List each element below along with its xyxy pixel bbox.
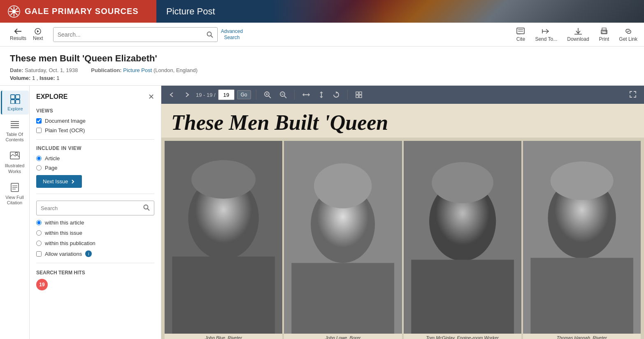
svg-point-65 — [550, 161, 613, 200]
results-back-button[interactable]: Results — [7, 26, 30, 43]
within-issue-label: within this issue — [45, 230, 82, 236]
sidebar-item-toc[interactable]: Table OfContents — [1, 116, 29, 146]
document-image: These Men Built 'Queen — [161, 104, 644, 339]
page-navigation: 19 - 19 / Go — [196, 89, 251, 100]
print-icon — [600, 27, 609, 35]
hits-title: SEARCH TERM HITS — [36, 270, 154, 276]
sidebar-item-illustrated[interactable]: IllustratedWorks — [1, 147, 29, 177]
panel-search-button[interactable] — [139, 204, 154, 212]
within-article-radio[interactable] — [36, 220, 42, 225]
document-title-display: These Men Built 'Queen — [161, 104, 644, 138]
explore-icon — [10, 94, 21, 104]
fit-width-button[interactable] — [300, 89, 313, 100]
page-input[interactable] — [218, 89, 235, 100]
zoom-in-button[interactable] — [261, 89, 274, 100]
print-button[interactable]: Print — [599, 27, 609, 42]
rotate-icon — [332, 91, 340, 98]
page-radio[interactable] — [36, 165, 42, 171]
document-photos: John Blue, Riveter — [161, 138, 644, 339]
illustrated-label: IllustratedWorks — [5, 163, 25, 174]
send-to-label: Send To... — [535, 36, 557, 42]
next-issue-button[interactable]: Next Issue — [36, 175, 82, 188]
sidebar-item-explore[interactable]: Explore — [1, 91, 29, 115]
svg-rect-23 — [16, 95, 20, 99]
zoom-out-icon — [279, 91, 287, 98]
rotate-button[interactable] — [330, 89, 342, 100]
article-radio-item: Article — [36, 155, 154, 161]
within-publication-radio[interactable] — [36, 241, 42, 246]
document-image-checkbox[interactable] — [36, 118, 42, 124]
within-article-radio-item: within this article — [36, 220, 154, 226]
download-button[interactable]: Download — [567, 27, 589, 42]
viewer-separator-1 — [256, 90, 256, 100]
viewer-next-button[interactable] — [181, 90, 193, 100]
page-label: Page — [45, 165, 57, 171]
table-of-contents-icon — [9, 119, 20, 129]
main-search-input[interactable] — [53, 28, 202, 42]
search-panel: within this article within this issue wi… — [36, 201, 154, 257]
photo-1: John Blue, Riveter — [165, 141, 282, 339]
next-button[interactable]: Next — [30, 26, 46, 43]
svg-point-20 — [606, 31, 607, 32]
explore-close-button[interactable]: ✕ — [148, 92, 154, 101]
thumbnail-button[interactable] — [353, 89, 365, 100]
plain-text-checkbox-item: Plain Text (OCR) — [36, 127, 154, 133]
svg-rect-58 — [292, 263, 395, 334]
panel-search-icon — [143, 204, 150, 211]
sidebar-icons: Explore Table OfContents IllustratedWork… — [0, 86, 30, 339]
citation-label: View FullCitation — [5, 195, 23, 206]
advanced-search-link[interactable]: AdvancedSearch — [221, 28, 243, 40]
within-publication-label: within this publication — [45, 240, 95, 246]
gale-title: GALE PRIMARY SOURCES — [25, 7, 139, 16]
svg-rect-24 — [11, 100, 15, 104]
views-section-label: VIEWS — [36, 108, 154, 114]
photo-3-caption: Tom McGinlay, Engine-room Worker — [404, 334, 521, 339]
photo-3: Tom McGinlay, Engine-room Worker — [404, 141, 521, 339]
viewer-prev-button[interactable] — [166, 90, 178, 100]
search-term-hits-section: SEARCH TERM HITS 19 — [36, 270, 154, 290]
send-to-button[interactable]: Send To... — [535, 27, 557, 42]
cite-button[interactable]: Cite — [516, 27, 525, 42]
allow-variations-item: Allow variations i — [36, 250, 154, 257]
go-button[interactable]: Go — [237, 90, 251, 99]
article-radio[interactable] — [36, 156, 42, 161]
panel-search-input[interactable] — [37, 205, 139, 211]
get-link-button[interactable]: Get Link — [619, 27, 637, 42]
photo-4-image — [523, 141, 641, 334]
next-issue-label: Next Issue — [43, 178, 68, 185]
cite-label: Cite — [516, 36, 525, 42]
viewer-next-icon — [184, 91, 190, 98]
date-meta: Date: Saturday, Oct. 1, 1938 — [10, 67, 78, 73]
svg-line-37 — [148, 208, 150, 210]
next-arrow-icon — [34, 28, 42, 35]
expand-button[interactable] — [627, 89, 639, 101]
get-link-label: Get Link — [619, 36, 637, 42]
svg-rect-47 — [356, 92, 358, 94]
svg-point-5 — [12, 10, 16, 13]
download-icon — [574, 27, 583, 35]
within-issue-radio[interactable] — [36, 230, 42, 236]
within-issue-radio-item: within this issue — [36, 230, 154, 236]
svg-point-53 — [191, 160, 256, 199]
article-meta: Date: Saturday, Oct. 1, 1938 Publication… — [10, 67, 634, 73]
allow-variations-info-icon[interactable]: i — [85, 250, 92, 257]
photo-4-caption: Thomas Hannah, Riveter — [523, 334, 641, 339]
plain-text-checkbox[interactable] — [36, 128, 42, 133]
allow-variations-checkbox[interactable] — [36, 251, 42, 257]
photo-1-caption: John Blue, Riveter — [165, 334, 282, 339]
viewer-prev-icon — [169, 91, 175, 98]
sidebar-item-citation[interactable]: View FullCitation — [1, 179, 29, 209]
fit-height-button[interactable] — [316, 89, 327, 100]
svg-rect-22 — [11, 95, 15, 99]
explore-label: Explore — [7, 106, 23, 111]
zoom-out-button[interactable] — [277, 89, 289, 100]
viewer-separator-2 — [294, 90, 295, 100]
search-icon — [207, 31, 213, 38]
main-search-button[interactable] — [202, 28, 217, 42]
main-search-container — [53, 27, 218, 42]
document-content: These Men Built 'Queen — [161, 104, 644, 339]
publication-link[interactable]: Picture Post — [123, 67, 152, 73]
svg-point-36 — [144, 205, 148, 209]
expand-icon — [629, 91, 637, 98]
within-publication-radio-item: within this publication — [36, 240, 154, 246]
